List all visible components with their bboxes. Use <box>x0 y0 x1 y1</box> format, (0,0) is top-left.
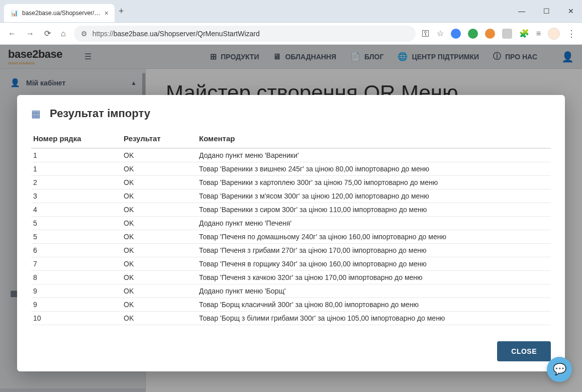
table-row: 7OKТовар 'Печеня в горщику 340г' за ціно… <box>31 257 551 271</box>
table-cell: OK <box>122 148 197 162</box>
table-cell: 6 <box>31 244 122 257</box>
table-cell: 4 <box>31 203 122 217</box>
table-row: 4OKТовар 'Вареники з сиром 300г' за ціно… <box>31 203 551 217</box>
table-cell: 2 <box>31 176 122 189</box>
chat-fab[interactable]: 💬 <box>547 357 572 382</box>
reload-button[interactable]: ⟳ <box>42 27 53 40</box>
bookmark-icon[interactable]: ☆ <box>437 29 444 38</box>
key-icon[interactable]: ⚿ <box>422 29 430 38</box>
extension-3-icon[interactable] <box>485 29 495 39</box>
forward-button[interactable]: → <box>24 27 36 40</box>
import-result-modal: ▦ Результат імпорту Номер рядка Результа… <box>17 95 565 371</box>
extension-2-icon[interactable] <box>468 29 478 39</box>
table-row: 1OKДодано пункт меню 'Вареники' <box>31 148 551 162</box>
table-row: 6OKТовар 'Печеня з грибами 270г' за ціно… <box>31 244 551 257</box>
table-row: 1OKТовар 'Вареники з вишнею 245г' за цін… <box>31 162 551 176</box>
qr-code-icon: ▦ <box>31 108 41 120</box>
table-cell: OK <box>122 230 197 244</box>
col-comment: Коментар <box>197 129 551 148</box>
table-cell: 1 <box>31 148 122 162</box>
table-cell: OK <box>122 257 197 271</box>
back-button[interactable]: ← <box>6 27 18 40</box>
browser-nav-bar: ← → ⟳ ⌂ ⚙ https://base2base.ua/Shopserve… <box>0 23 582 45</box>
chat-icon: 💬 <box>553 363 566 376</box>
table-cell: Товар 'Печеня з грибами 270г' за ціною 1… <box>197 244 551 257</box>
extensions-menu-icon[interactable]: 🧩 <box>519 29 529 39</box>
url-text: https://base2base.ua/Shopserver/QrMenuSt… <box>92 30 409 38</box>
table-cell: Товар 'Вареники з картоплею 300г' за цін… <box>197 176 551 189</box>
table-cell: 5 <box>31 217 122 230</box>
table-cell: Товар 'Борщ з білими грибами 300г' за ці… <box>197 312 551 325</box>
minimize-button[interactable]: — <box>514 5 529 17</box>
table-cell: Товар 'Борщ класичний 300г' за ціною 80,… <box>197 298 551 312</box>
window-controls: — ☐ ✕ <box>514 5 578 17</box>
table-row: 9OKТовар 'Борщ класичний 300г' за ціною … <box>31 298 551 312</box>
table-cell: Товар 'Вареники з м'ясом 300г' за ціною … <box>197 189 551 203</box>
table-cell: Додано пункт меню 'Борщ' <box>197 284 551 298</box>
table-row: 9OKДодано пункт меню 'Борщ' <box>31 284 551 298</box>
table-cell: 7 <box>31 257 122 271</box>
table-cell: OK <box>122 217 197 230</box>
table-row: 2OKТовар 'Вареники з картоплею 300г' за … <box>31 176 551 189</box>
table-cell: OK <box>122 271 197 284</box>
new-tab-button[interactable]: + <box>119 6 124 17</box>
table-cell: Товар 'Печеня в горщику 340г' за ціною 1… <box>197 257 551 271</box>
table-row: 3OKТовар 'Вареники з м'ясом 300г' за цін… <box>31 189 551 203</box>
table-cell: OK <box>122 298 197 312</box>
extension-icons: ⚿ ☆ 🧩 ≡ ⋮ <box>422 28 576 40</box>
maximize-button[interactable]: ☐ <box>539 5 554 17</box>
table-row: 5OKДодано пункт меню 'Печеня' <box>31 217 551 230</box>
table-cell: Додано пункт меню 'Печеня' <box>197 217 551 230</box>
tab-title: base2base.ua/Shopserver/QrMe <box>22 10 101 17</box>
table-cell: Додано пункт меню 'Вареники' <box>197 148 551 162</box>
app-container: base2base cloud solutions ☰ ⊞ ПРОДУКТИ 🖥… <box>0 45 582 392</box>
table-cell: Товар 'Печеня по домашньому 240г' за цін… <box>197 230 551 244</box>
table-cell: 9 <box>31 298 122 312</box>
table-cell: Товар 'Вареники з сиром 300г' за ціною 1… <box>197 203 551 217</box>
import-results-table: Номер рядка Результат Коментар 1OKДодано… <box>31 129 551 325</box>
table-row: 10OKТовар 'Борщ з білими грибами 300г' з… <box>31 312 551 325</box>
table-cell: Товар 'Вареники з вишнею 245г' за ціною … <box>197 162 551 176</box>
extension-1-icon[interactable] <box>451 29 461 39</box>
table-row: 8OKТовар 'Печеня з качкою 320г' за ціною… <box>31 271 551 284</box>
browser-tab[interactable]: 📊 base2base.ua/Shopserver/QrMe × <box>4 4 115 22</box>
modal-title: Результат імпорту <box>50 107 150 120</box>
table-cell: 10 <box>31 312 122 325</box>
table-cell: Товар 'Печеня з качкою 320г' за ціною 17… <box>197 271 551 284</box>
table-cell: OK <box>122 244 197 257</box>
browser-menu-icon[interactable]: ⋮ <box>567 28 576 39</box>
close-window-button[interactable]: ✕ <box>564 5 578 17</box>
table-cell: 3 <box>31 189 122 203</box>
home-button[interactable]: ⌂ <box>59 27 68 40</box>
table-cell: OK <box>122 312 197 325</box>
modal-footer: CLOSE <box>17 333 565 371</box>
modal-body: Номер рядка Результат Коментар 1OKДодано… <box>17 129 565 333</box>
reading-list-icon[interactable]: ≡ <box>536 29 541 38</box>
close-button[interactable]: CLOSE <box>497 341 551 361</box>
modal-overlay: ▦ Результат імпорту Номер рядка Результа… <box>0 45 582 392</box>
table-cell: 8 <box>31 271 122 284</box>
table-cell: OK <box>122 189 197 203</box>
table-cell: 5 <box>31 230 122 244</box>
table-cell: OK <box>122 176 197 189</box>
browser-tab-bar: 📊 base2base.ua/Shopserver/QrMe × + — ☐ ✕ <box>0 0 582 23</box>
table-header-row: Номер рядка Результат Коментар <box>31 129 551 148</box>
col-row-num: Номер рядка <box>31 129 122 148</box>
profile-avatar[interactable] <box>548 28 560 40</box>
table-cell: 1 <box>31 162 122 176</box>
col-result: Результат <box>122 129 197 148</box>
tab-favicon: 📊 <box>10 9 18 17</box>
table-cell: 9 <box>31 284 122 298</box>
table-cell: OK <box>122 162 197 176</box>
modal-header: ▦ Результат імпорту <box>17 95 565 129</box>
url-bar[interactable]: ⚙ https://base2base.ua/Shopserver/QrMenu… <box>74 26 416 42</box>
table-cell: OK <box>122 284 197 298</box>
table-cell: OK <box>122 203 197 217</box>
tab-close-icon[interactable]: × <box>105 9 109 17</box>
extension-4-icon[interactable] <box>502 29 512 39</box>
table-row: 5OKТовар 'Печеня по домашньому 240г' за … <box>31 230 551 244</box>
site-settings-icon[interactable]: ⚙ <box>81 30 87 38</box>
